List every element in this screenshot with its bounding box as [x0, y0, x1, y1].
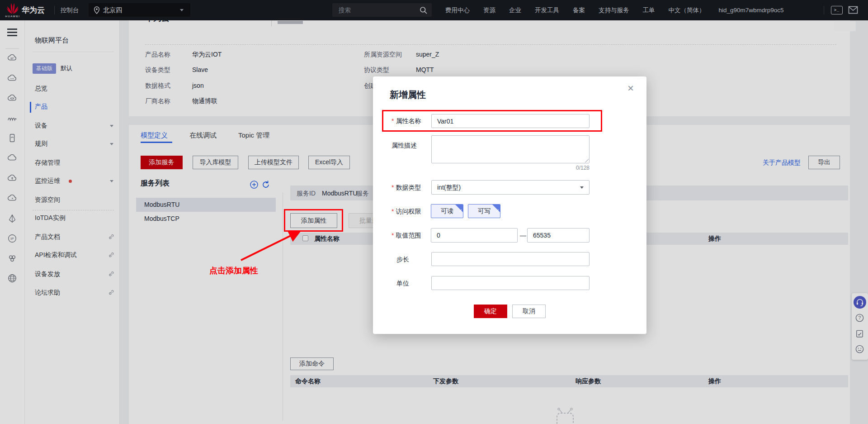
readable-toggle[interactable]: 可读 ✓	[431, 204, 463, 218]
data-type-select[interactable]: int(整型)	[431, 180, 590, 195]
step-label: 步长	[396, 256, 409, 264]
access-permission-label: *访问权限	[392, 208, 421, 216]
chevron-down-icon	[580, 186, 584, 189]
char-counter: 0/128	[562, 165, 590, 171]
annotation-box-property-name	[382, 110, 602, 132]
property-desc-textarea[interactable]	[431, 135, 590, 163]
annotation-tip-text: 点击添加属性	[209, 265, 258, 276]
value-range-label: *取值范围	[392, 232, 421, 240]
unit-label: 单位	[396, 280, 409, 288]
data-type-label: *数据类型	[392, 184, 421, 192]
cancel-button[interactable]: 取消	[512, 305, 546, 318]
modal-title: 新增属性	[390, 89, 426, 101]
resize-grip[interactable]	[584, 157, 589, 162]
property-desc-label: 属性描述	[392, 142, 417, 150]
step-input[interactable]	[431, 252, 590, 266]
data-type-value: int(整型)	[437, 184, 461, 191]
range-dash: —	[520, 232, 526, 239]
range-max-input[interactable]	[527, 228, 590, 243]
writable-toggle[interactable]: 可写 ✓	[468, 204, 500, 218]
close-icon[interactable]: ×	[627, 83, 634, 94]
annotation-arrow	[228, 224, 310, 267]
range-min-input[interactable]	[431, 228, 518, 243]
unit-input[interactable]	[431, 276, 590, 290]
confirm-button[interactable]: 确定	[474, 305, 507, 318]
check-icon: ✓	[459, 204, 462, 217]
check-icon: ✓	[496, 204, 500, 217]
